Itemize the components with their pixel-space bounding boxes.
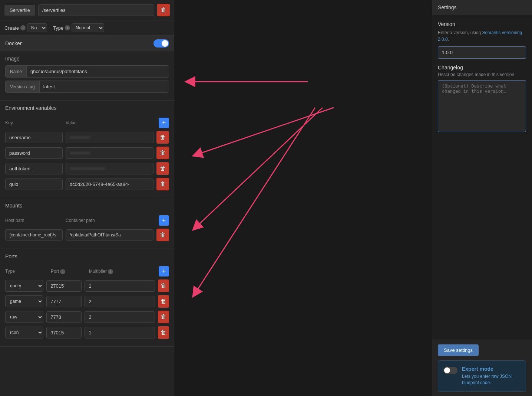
port-type-select[interactable]: query game raw rcon: [5, 295, 43, 307]
type-select[interactable]: Normal Advanced Custom: [72, 23, 104, 32]
env-delete-button[interactable]: 🗑: [156, 131, 169, 144]
env-key-input[interactable]: [5, 179, 63, 190]
trash-icon: 🗑: [160, 232, 166, 238]
mounts-host-col-header: Host path: [5, 218, 63, 223]
env-val-input[interactable]: [66, 147, 153, 159]
changelog-title: Changelog: [438, 65, 526, 71]
ports-cols-row: Type Port i Multiplier i +: [5, 266, 169, 276]
mount-host-input[interactable]: [5, 229, 63, 240]
create-label: Create i No Yes: [4, 23, 47, 32]
env-section-title: Environment variables: [5, 105, 57, 111]
mount-row: 🗑: [5, 229, 169, 241]
env-val-input[interactable]: [66, 132, 153, 143]
image-section: Image Name Version / tag: [0, 51, 174, 101]
image-name-input[interactable]: [27, 66, 169, 77]
ports-column-headers: Type Port i Multiplier i: [5, 269, 159, 274]
env-key-input[interactable]: [5, 132, 63, 143]
port-multiplier-input[interactable]: [85, 327, 155, 338]
port-row: query game raw rcon 🗑: [5, 295, 169, 308]
port-row: query game raw rcon 🗑: [5, 279, 169, 292]
env-key-col-header: Key: [5, 120, 63, 125]
port-number-input[interactable]: [46, 296, 82, 307]
env-val-col-header: Value: [66, 120, 77, 125]
ports-section: Ports Type Port i Multiplier i +: [0, 249, 174, 347]
env-key-input[interactable]: [5, 163, 63, 174]
ports-port-col-header: Port i: [51, 269, 86, 274]
port-type-select[interactable]: query game raw rcon: [5, 327, 43, 338]
image-version-row: Version / tag: [5, 81, 169, 93]
mount-delete-button[interactable]: 🗑: [156, 229, 169, 241]
type-info-icon: i: [65, 25, 70, 30]
env-key-input[interactable]: [5, 147, 63, 159]
env-cols-row: Key Value +: [5, 118, 169, 128]
env-row: 🗑: [5, 147, 169, 159]
settings-body: Version Enter a version, using Semantic …: [432, 15, 532, 340]
image-name-row: Name: [5, 65, 169, 78]
trash-icon: 🗑: [161, 7, 166, 13]
image-version-input[interactable]: [40, 81, 169, 92]
serverfile-bar: Serverfile 🗑: [0, 0, 174, 20]
mount-container-input[interactable]: [66, 229, 153, 240]
changelog-textarea[interactable]: [438, 80, 526, 132]
env-delete-button[interactable]: 🗑: [156, 162, 169, 175]
port-info-icon: i: [60, 269, 65, 274]
env-delete-button[interactable]: 🗑: [156, 178, 169, 190]
port-number-input[interactable]: [46, 327, 82, 338]
env-header-row: Environment variables: [5, 105, 169, 115]
env-add-button[interactable]: +: [159, 118, 169, 128]
save-settings-button[interactable]: Save settings: [438, 344, 479, 356]
port-number-input[interactable]: [46, 280, 82, 292]
ports-type-col-header: Type: [5, 269, 48, 274]
serverfile-path-input[interactable]: [38, 4, 154, 16]
port-row: query game raw rcon 🗑: [5, 311, 169, 323]
env-row: 🗑: [5, 178, 169, 190]
docker-toggle[interactable]: [153, 39, 169, 48]
image-name-label: Name: [6, 66, 27, 77]
docker-title: Docker: [5, 40, 22, 46]
port-delete-button[interactable]: 🗑: [158, 326, 169, 339]
port-delete-button[interactable]: 🗑: [158, 295, 169, 308]
right-panel: Settings Version Enter a version, using …: [432, 0, 532, 396]
env-val-input[interactable]: [66, 163, 153, 174]
env-val-input[interactable]: [66, 179, 153, 190]
expert-mode-panel: Expert mode Lets you enter raw JSON blue…: [438, 360, 526, 392]
trash-icon: 🗑: [160, 134, 166, 141]
changelog-description: Describe changes made in this version.: [438, 72, 526, 77]
create-info-icon: i: [20, 25, 26, 30]
serverfile-delete-button[interactable]: 🗑: [157, 4, 170, 16]
port-delete-button[interactable]: 🗑: [158, 279, 169, 292]
expert-mode-text: Expert mode Lets you enter raw JSON blue…: [462, 366, 521, 386]
create-type-row: Create i No Yes Type i Normal Advanced C…: [0, 20, 174, 35]
multiplier-info-icon: i: [108, 269, 113, 274]
mounts-header-row: Mounts: [5, 203, 169, 212]
mounts-cols-row: Host path Container path +: [5, 215, 169, 226]
env-column-headers: Key Value: [5, 120, 77, 125]
port-multiplier-input[interactable]: [85, 280, 155, 292]
version-title: Version: [438, 21, 526, 27]
arrows-overlay: [174, 0, 432, 396]
port-row: query game raw rcon 🗑: [5, 326, 169, 339]
serverfile-button[interactable]: Serverfile: [4, 5, 35, 16]
port-multiplier-input[interactable]: [85, 296, 155, 307]
port-multiplier-input[interactable]: [85, 311, 155, 323]
mounts-section-title: Mounts: [5, 203, 22, 209]
expert-mode-title: Expert mode: [462, 366, 521, 372]
version-input[interactable]: [438, 46, 526, 59]
create-select[interactable]: No Yes: [27, 23, 47, 32]
settings-header: Settings: [432, 0, 532, 15]
expert-mode-toggle[interactable]: [443, 367, 457, 374]
ports-section-title: Ports: [5, 253, 17, 259]
port-type-select[interactable]: query game raw rcon: [5, 280, 43, 292]
trash-icon: 🗑: [161, 282, 166, 289]
ports-multiplier-col-header: Multiplier i: [89, 269, 159, 274]
port-type-select[interactable]: query game raw rcon: [5, 311, 43, 323]
port-delete-button[interactable]: 🗑: [158, 311, 169, 323]
mounts-add-button[interactable]: +: [159, 215, 169, 226]
port-number-input[interactable]: [46, 311, 82, 323]
env-row: 🗑: [5, 131, 169, 144]
env-section: Environment variables Key Value + 🗑 🗑: [0, 101, 174, 198]
svg-line-1: [193, 108, 334, 156]
env-delete-button[interactable]: 🗑: [156, 147, 169, 159]
expert-mode-description: Lets you enter raw JSON blueprint code.: [462, 373, 521, 386]
ports-add-button[interactable]: +: [159, 266, 169, 276]
